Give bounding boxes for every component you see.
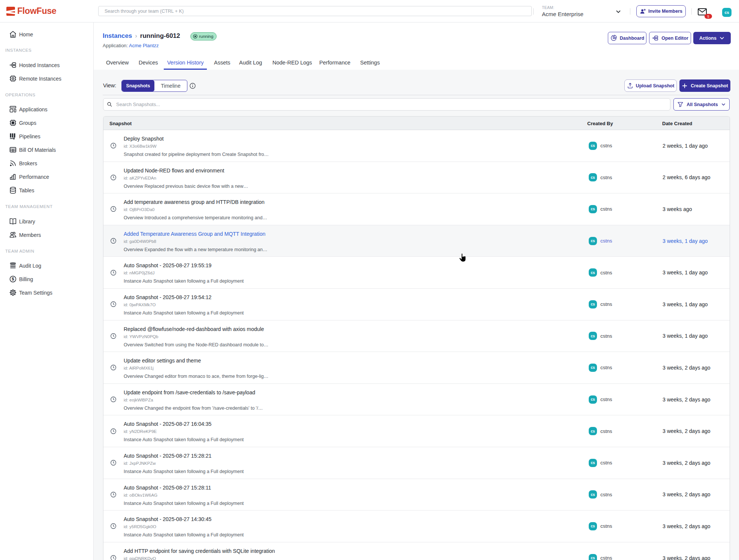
svg-text:$: $ [12,277,14,281]
